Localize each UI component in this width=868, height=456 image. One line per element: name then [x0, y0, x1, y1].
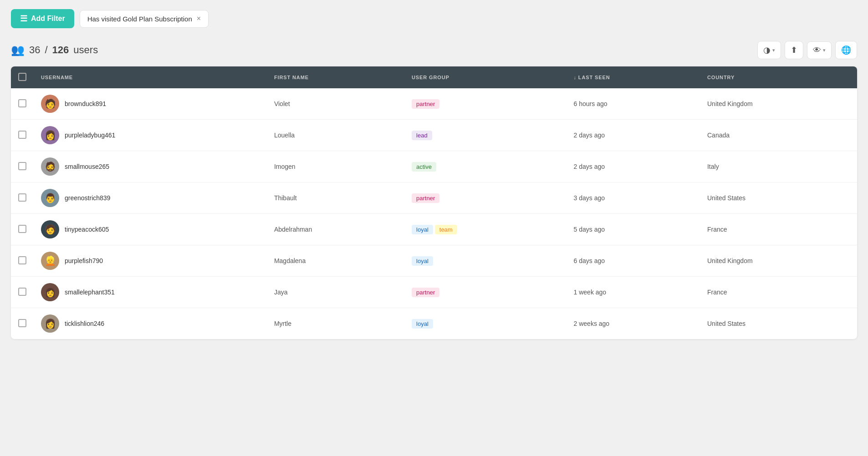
row-checkbox-cell	[11, 151, 34, 182]
users-table: USERNAME FIRST NAME USER GROUP ↓ LAST SE…	[11, 66, 857, 339]
usergroup-cell: lead	[404, 120, 567, 151]
filter-tag-text: Has visited Gold Plan Subscription	[87, 15, 192, 23]
table-row[interactable]: 👨greenostrich839Thibaultpartner3 days ag…	[11, 182, 857, 214]
table-body: 🧑brownduck891Violetpartner6 hours agoUni…	[11, 88, 857, 339]
lastseen-cell: 5 days ago	[567, 214, 700, 245]
country-cell: United States	[700, 308, 857, 339]
avatar: 🧑	[41, 220, 59, 238]
avatar: 👩	[41, 283, 59, 301]
group-badge: loyal	[412, 225, 433, 234]
firstname-text: Louella	[274, 132, 295, 139]
country-cell: United Kingdom	[700, 88, 857, 120]
username-text: smallmouse265	[65, 163, 109, 170]
row-checkbox[interactable]	[18, 256, 26, 264]
username-text: ticklishlion246	[65, 320, 104, 327]
table-row[interactable]: 🧑brownduck891Violetpartner6 hours agoUni…	[11, 88, 857, 120]
filtered-count: 36	[29, 44, 40, 56]
avatar: 👨	[41, 189, 59, 207]
lastseen-text: 5 days ago	[574, 226, 605, 233]
remove-filter-button[interactable]: ×	[197, 15, 201, 22]
users-icon: 👥	[11, 44, 25, 56]
row-checkbox[interactable]	[18, 193, 26, 202]
lastseen-text: 6 hours ago	[574, 100, 608, 107]
table-row[interactable]: 👩ticklishlion246Myrtleloyal2 weeks agoUn…	[11, 308, 857, 339]
username-text: brownduck891	[65, 100, 106, 107]
checkbox-header	[11, 66, 34, 88]
table-row[interactable]: 👩smallelephant351Jayapartner1 week agoFr…	[11, 277, 857, 308]
usergroup-cell: active	[404, 151, 567, 182]
username-header[interactable]: USERNAME	[34, 66, 267, 88]
firstname-text: Abdelrahman	[274, 226, 312, 233]
country-text: Canada	[707, 132, 730, 139]
row-checkbox-cell	[11, 214, 34, 245]
add-filter-button[interactable]: ☰ Add Filter	[11, 9, 74, 28]
row-checkbox[interactable]	[18, 319, 26, 327]
row-checkbox-cell	[11, 182, 34, 214]
country-text: France	[707, 226, 727, 233]
username-text: tinypeacock605	[65, 226, 109, 233]
lastseen-cell: 6 days ago	[567, 245, 700, 277]
country-text: Italy	[707, 163, 719, 170]
users-table-wrapper: USERNAME FIRST NAME USER GROUP ↓ LAST SE…	[11, 66, 857, 339]
country-text: United Kingdom	[707, 257, 753, 264]
avatar: 🧑	[41, 95, 59, 113]
row-checkbox[interactable]	[18, 288, 26, 296]
usergroup-header[interactable]: USER GROUP	[404, 66, 567, 88]
group-badge: partner	[412, 288, 439, 297]
view-button[interactable]: 👁 ▾	[807, 41, 832, 59]
group-badge: partner	[412, 99, 439, 109]
country-cell: France	[700, 277, 857, 308]
country-header[interactable]: COUNTRY	[700, 66, 857, 88]
country-text: France	[707, 289, 727, 296]
firstname-text: Violet	[274, 100, 290, 107]
username-cell: 👨greenostrich839	[34, 182, 267, 214]
row-checkbox[interactable]	[18, 131, 26, 139]
lastseen-cell: 3 days ago	[567, 182, 700, 214]
lastseen-cell: 6 hours ago	[567, 88, 700, 120]
group-badge: partner	[412, 193, 439, 203]
user-count: 👥 36 / 126 users	[11, 44, 98, 56]
add-filter-label: Add Filter	[31, 15, 65, 23]
active-filter-tag: Has visited Gold Plan Subscription ×	[80, 10, 209, 28]
firstname-header[interactable]: FIRST NAME	[267, 66, 404, 88]
save-icon: ⬆	[791, 45, 797, 55]
table-row[interactable]: 👱purplefish790Magdalenaloyal6 days agoUn…	[11, 245, 857, 277]
segments-button[interactable]: ◑ ▾	[757, 41, 781, 59]
row-checkbox-cell	[11, 277, 34, 308]
firstname-text: Magdalena	[274, 257, 306, 264]
country-cell: United Kingdom	[700, 245, 857, 277]
group-badge: team	[435, 225, 457, 234]
select-all-checkbox[interactable]	[18, 73, 26, 81]
username-text: purpleladybug461	[65, 132, 115, 139]
eye-icon: 👁	[813, 46, 821, 55]
country-cell: Canada	[700, 120, 857, 151]
avatar: 🧔	[41, 157, 59, 176]
row-checkbox[interactable]	[18, 99, 26, 107]
avatar: 👩	[41, 314, 59, 333]
users-label: users	[73, 44, 98, 56]
username-cell: 🧑tinypeacock605	[34, 214, 267, 245]
table-row[interactable]: 🧔smallmouse265Imogenactive2 days agoItal…	[11, 151, 857, 182]
globe-button[interactable]: 🌐	[835, 41, 857, 59]
stats-row: 👥 36 / 126 users ◑ ▾ ⬆ 👁 ▾ 🌐	[11, 41, 857, 59]
toolbar-icons: ◑ ▾ ⬆ 👁 ▾ 🌐	[757, 41, 857, 59]
row-checkbox[interactable]	[18, 162, 26, 170]
country-text: United States	[707, 194, 745, 202]
lastseen-header[interactable]: ↓ LAST SEEN	[567, 66, 700, 88]
username-text: smallelephant351	[65, 289, 115, 296]
lastseen-text: 2 weeks ago	[574, 320, 610, 327]
row-checkbox[interactable]	[18, 225, 26, 233]
country-cell: United States	[700, 182, 857, 214]
table-row[interactable]: 🧑tinypeacock605Abdelrahmanloyalteam5 day…	[11, 214, 857, 245]
usergroup-cell: partner	[404, 88, 567, 120]
firstname-text: Imogen	[274, 163, 296, 170]
username-cell: 👩purpleladybug461	[34, 120, 267, 151]
lastseen-cell: 1 week ago	[567, 277, 700, 308]
separator: /	[45, 44, 47, 56]
page: ☰ Add Filter Has visited Gold Plan Subsc…	[0, 0, 868, 456]
usergroup-cell: loyal	[404, 308, 567, 339]
lastseen-text: 1 week ago	[574, 289, 607, 296]
table-row[interactable]: 👩purpleladybug461Louellalead2 days agoCa…	[11, 120, 857, 151]
save-button[interactable]: ⬆	[785, 41, 803, 59]
group-badge: loyal	[412, 319, 433, 329]
